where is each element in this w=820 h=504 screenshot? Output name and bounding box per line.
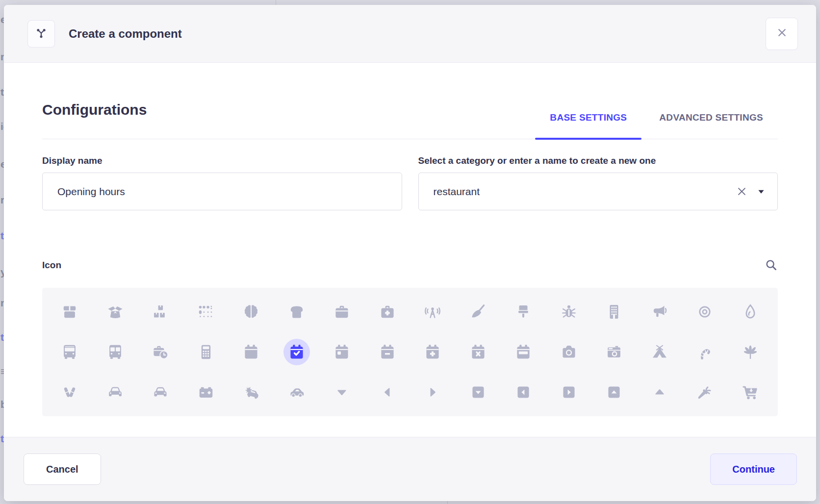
building-icon (601, 299, 627, 325)
icon-option-candy-cane[interactable] (682, 332, 728, 372)
icon-option-cannabis[interactable] (728, 332, 773, 372)
icon-option-calendar-check[interactable] (274, 332, 320, 372)
icon-option-calculator[interactable] (183, 332, 229, 372)
car-crash-icon (238, 379, 264, 405)
bug-icon (556, 299, 582, 325)
display-name-field-group: Display name (42, 155, 402, 210)
briefcase-medical-icon (374, 299, 401, 325)
icon-option-car-side[interactable] (274, 372, 320, 412)
display-name-label: Display name (42, 155, 402, 166)
icon-option-caret-square-up[interactable] (591, 372, 637, 412)
chevron-down-icon[interactable] (758, 189, 765, 194)
icon-option-briefcase-medical[interactable] (365, 292, 410, 332)
icon-label: Icon (42, 260, 61, 271)
business-time-icon (147, 339, 174, 365)
tab-advanced-settings[interactable]: ADVANCED SETTINGS (644, 112, 778, 139)
icon-option-caret-down[interactable] (319, 372, 365, 412)
caret-up-icon (646, 379, 673, 405)
icon-option-boxes[interactable] (138, 292, 183, 332)
icon-option-calendar-plus[interactable] (410, 332, 456, 372)
clear-selection-icon[interactable] (736, 186, 747, 197)
icon-option-building[interactable] (591, 292, 637, 332)
icon-option-bread-slice[interactable] (274, 292, 320, 332)
caret-square-up-icon (601, 379, 627, 405)
icon-option-car-alt[interactable] (138, 372, 183, 412)
icon-option-capsules[interactable] (47, 372, 93, 412)
calendar-minus-icon (374, 339, 401, 365)
icon-option-broom[interactable] (456, 292, 501, 332)
icon-option-campground[interactable] (637, 332, 683, 372)
icon-option-business-time[interactable] (138, 332, 183, 372)
brush-icon (510, 299, 537, 325)
icon-option-calendar-minus[interactable] (365, 332, 410, 372)
caret-square-left-icon (510, 379, 537, 405)
icon-picker-grid (42, 288, 778, 416)
icon-option-camera-retro[interactable] (591, 332, 637, 372)
icon-option-caret-right[interactable] (410, 372, 456, 412)
camera-icon (556, 339, 582, 365)
caret-square-down-icon (465, 379, 491, 405)
caret-square-right-icon (556, 379, 582, 405)
icon-option-bus[interactable] (47, 332, 93, 372)
icon-option-caret-square-left[interactable] (501, 372, 546, 412)
backdrop-text-fragment: t (0, 86, 4, 98)
component-icon (34, 26, 48, 42)
bread-slice-icon (283, 299, 310, 325)
icon-option-car-crash[interactable] (229, 372, 274, 412)
brain-icon (238, 299, 264, 325)
calendar-check-icon (283, 339, 310, 365)
icon-option-car-battery[interactable] (183, 372, 229, 412)
icon-option-box-open[interactable] (93, 292, 138, 332)
camera-retro-icon (601, 339, 627, 365)
calendar-week-icon (510, 339, 537, 365)
car-alt-icon (147, 379, 174, 405)
calculator-icon (193, 339, 219, 365)
box-icon (56, 299, 83, 325)
category-select[interactable]: restaurant (418, 173, 778, 210)
configurations-heading: Configurations (42, 101, 147, 119)
icon-option-calendar-week[interactable] (501, 332, 546, 372)
icon-option-calendar-times[interactable] (456, 332, 501, 372)
category-label: Select a category or enter a name to cre… (418, 155, 778, 166)
bus-icon (56, 339, 83, 365)
search-icon[interactable] (765, 258, 778, 272)
settings-tabs: BASE SETTINGS ADVANCED SETTINGS (535, 112, 778, 139)
icon-option-box[interactable] (47, 292, 93, 332)
icon-option-burn[interactable] (728, 292, 773, 332)
modal-header: Create a component (4, 5, 816, 63)
icon-option-brain[interactable] (229, 292, 274, 332)
cancel-button[interactable]: Cancel (24, 454, 101, 485)
broadcast-tower-icon (419, 299, 446, 325)
icon-option-bug[interactable] (546, 292, 592, 332)
icon-option-brush[interactable] (501, 292, 546, 332)
backdrop-text-fragment: t (0, 331, 4, 343)
close-button[interactable] (766, 18, 798, 50)
cart-arrow-down-icon (737, 379, 764, 405)
icon-option-carrot[interactable] (682, 372, 728, 412)
icon-option-broadcast-tower[interactable] (410, 292, 456, 332)
icon-option-cart-arrow-down[interactable] (728, 372, 773, 412)
icon-option-caret-left[interactable] (365, 372, 410, 412)
icon-option-bullseye[interactable] (682, 292, 728, 332)
modal-body: Configurations BASE SETTINGS ADVANCED SE… (4, 63, 816, 437)
continue-button[interactable]: Continue (710, 454, 797, 485)
icon-section-header: Icon (42, 258, 778, 272)
icon-option-calendar[interactable] (229, 332, 274, 372)
icon-option-bus-alt[interactable] (93, 332, 138, 372)
icon-option-briefcase[interactable] (319, 292, 365, 332)
icon-option-caret-up[interactable] (637, 372, 683, 412)
boxes-icon (147, 299, 174, 325)
calendar-day-icon (329, 339, 355, 365)
icon-option-camera[interactable] (546, 332, 592, 372)
tab-base-settings[interactable]: BASE SETTINGS (535, 112, 641, 139)
icon-option-caret-square-right[interactable] (546, 372, 592, 412)
icon-option-caret-square-down[interactable] (456, 372, 501, 412)
icon-option-car[interactable] (93, 372, 138, 412)
display-name-input[interactable] (42, 173, 402, 210)
capsules-icon (56, 379, 83, 405)
caret-down-icon (329, 379, 355, 405)
icon-option-calendar-day[interactable] (319, 332, 365, 372)
campground-icon (646, 339, 673, 365)
icon-option-bullhorn[interactable] (637, 292, 683, 332)
icon-option-braille[interactable] (183, 292, 229, 332)
